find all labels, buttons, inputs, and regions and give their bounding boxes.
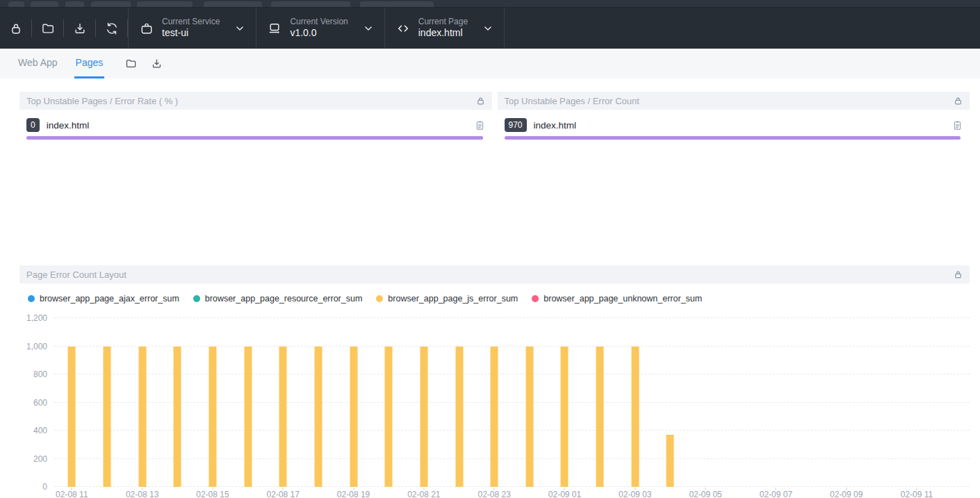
x-axis-tick-label: 02-08 11 xyxy=(56,490,88,498)
top-cropped-button[interactable] xyxy=(65,1,84,7)
folder-icon xyxy=(41,22,55,35)
legend-item[interactable]: browser_app_page_ajax_error_sum xyxy=(28,294,179,304)
chart-bar xyxy=(561,347,569,488)
chevron-down-icon xyxy=(235,24,245,33)
x-axis-tick-label: 02-08 21 xyxy=(407,490,440,498)
x-axis-tick-label: 02-08 23 xyxy=(477,490,510,498)
chart-bar xyxy=(596,347,604,488)
x-axis-tick-label: 02-08 19 xyxy=(337,490,370,498)
panel-lock-icon xyxy=(954,97,963,106)
legend-label: browser_app_page_resource_error_sum xyxy=(205,294,363,304)
error-count-chart: 02004006008001,0001,200 02-08 1102-08 13… xyxy=(19,308,970,498)
unstable-page-list-item[interactable]: 0 index.html xyxy=(19,110,492,132)
chevron-down-icon xyxy=(364,24,373,33)
panel-lock-button[interactable] xyxy=(954,97,963,106)
chart-bar xyxy=(103,347,111,488)
service-icon xyxy=(140,22,154,35)
x-axis-tick-label: 02-09 01 xyxy=(548,490,581,498)
chart-y-axis: 02004006008001,0001,200 xyxy=(19,318,47,487)
copy-button[interactable] xyxy=(952,120,963,131)
legend-item[interactable]: browser_app_page_unknown_error_sum xyxy=(532,294,702,304)
current-version-label: Current Version xyxy=(290,17,348,27)
chart-bar xyxy=(420,347,427,488)
top-cropped-button[interactable] xyxy=(204,1,262,7)
top-cropped-button[interactable] xyxy=(91,1,131,7)
top-cropped-button[interactable] xyxy=(137,1,193,7)
x-axis-tick-label: 02-09 03 xyxy=(619,490,651,498)
panel-title: Top Unstable Pages / Error Rate ( % ) xyxy=(26,96,178,106)
current-service-dropdown[interactable]: Current Service test-ui xyxy=(128,8,256,49)
top-cropped-button[interactable] xyxy=(31,1,58,7)
y-axis-tick-label: 800 xyxy=(19,370,47,379)
y-axis-tick-label: 1,000 xyxy=(19,342,47,351)
panel-title: Top Unstable Pages / Error Count xyxy=(505,96,639,106)
legend-label: browser_app_page_js_error_sum xyxy=(388,294,518,304)
gridline xyxy=(54,402,970,403)
gridline xyxy=(54,346,970,347)
chart-bar xyxy=(667,435,674,487)
browser-monitoring-page: Current Service test-ui Current Version … xyxy=(0,0,980,498)
panel-lock-button[interactable] xyxy=(476,97,485,106)
chart-bar xyxy=(385,347,393,488)
tab-web-app[interactable]: Web App xyxy=(17,49,59,78)
top-cropped-button[interactable] xyxy=(360,1,434,7)
folder-icon[interactable] xyxy=(125,58,137,69)
unstable-page-list-item[interactable]: 970 index.html xyxy=(498,110,970,132)
lock-button[interactable] xyxy=(0,8,31,49)
legend-item[interactable]: browser_app_page_resource_error_sum xyxy=(193,294,363,304)
chart-bar xyxy=(138,347,146,488)
download-icon xyxy=(73,22,87,35)
panel-lock-button[interactable] xyxy=(954,270,963,279)
error-count-panel-header: Top Unstable Pages / Error Count xyxy=(498,92,970,110)
laptop-icon xyxy=(268,22,281,35)
page-name: index.html xyxy=(47,120,90,131)
page-error-count-panel-header: Page Error Count Layout xyxy=(19,265,970,283)
page-name: index.html xyxy=(534,120,577,131)
gridline xyxy=(54,430,970,431)
current-version-dropdown[interactable]: Current Version v1.0.0 xyxy=(256,8,384,49)
value-badge: 970 xyxy=(505,118,527,132)
current-service-value: test-ui xyxy=(162,27,220,40)
tab-pages[interactable]: Pages xyxy=(74,49,105,78)
error-count-panel: Top Unstable Pages / Error Count 970 ind… xyxy=(498,92,970,142)
tab-bar: Web App Pages xyxy=(0,49,980,78)
chart-bar xyxy=(491,347,498,488)
chart-bar xyxy=(314,347,322,488)
x-axis-tick-label: 02-08 13 xyxy=(126,490,158,498)
current-page-value: index.html xyxy=(418,27,468,40)
chart-plot: 02-08 1102-08 1302-08 1502-08 1702-08 19… xyxy=(54,318,970,487)
copy-icon xyxy=(475,120,485,131)
legend-dot xyxy=(532,295,539,302)
gridline xyxy=(54,458,970,459)
page-error-count-panel: Page Error Count Layout browser_app_page… xyxy=(19,265,970,498)
legend-dot xyxy=(28,295,35,302)
chart-bar xyxy=(525,347,533,488)
export-button[interactable] xyxy=(64,8,95,49)
legend-item[interactable]: browser_app_page_js_error_sum xyxy=(376,294,518,304)
refresh-icon xyxy=(105,22,119,35)
rank-value-bar xyxy=(505,136,961,140)
legend-dot xyxy=(376,295,383,302)
refresh-button[interactable] xyxy=(96,8,127,49)
chart-bar xyxy=(68,347,76,488)
top-cropped-button[interactable] xyxy=(8,1,24,7)
panel-title: Page Error Count Layout xyxy=(26,269,126,280)
chart-bar xyxy=(631,347,639,488)
top-cropped-button[interactable] xyxy=(271,1,350,7)
error-rate-panel-header: Top Unstable Pages / Error Rate ( % ) xyxy=(19,92,492,110)
x-axis-tick-label: 02-08 15 xyxy=(196,490,229,498)
code-icon xyxy=(396,22,410,35)
chart-bar xyxy=(350,347,357,488)
x-axis-tick-label: 02-09 05 xyxy=(689,490,721,498)
current-page-dropdown[interactable]: Current Page index.html xyxy=(384,8,505,49)
x-axis-tick-label: 02-09 07 xyxy=(760,490,792,498)
x-axis-tick-label: 02-09 09 xyxy=(830,490,863,498)
folder-button[interactable] xyxy=(32,8,63,49)
current-service-label: Current Service xyxy=(162,17,220,27)
error-rate-panel: Top Unstable Pages / Error Rate ( % ) 0 … xyxy=(19,92,492,142)
gridline xyxy=(54,374,970,374)
y-axis-tick-label: 600 xyxy=(19,398,47,408)
download-icon[interactable] xyxy=(151,58,163,69)
copy-button[interactable] xyxy=(475,120,485,131)
chart-bar xyxy=(279,347,287,488)
